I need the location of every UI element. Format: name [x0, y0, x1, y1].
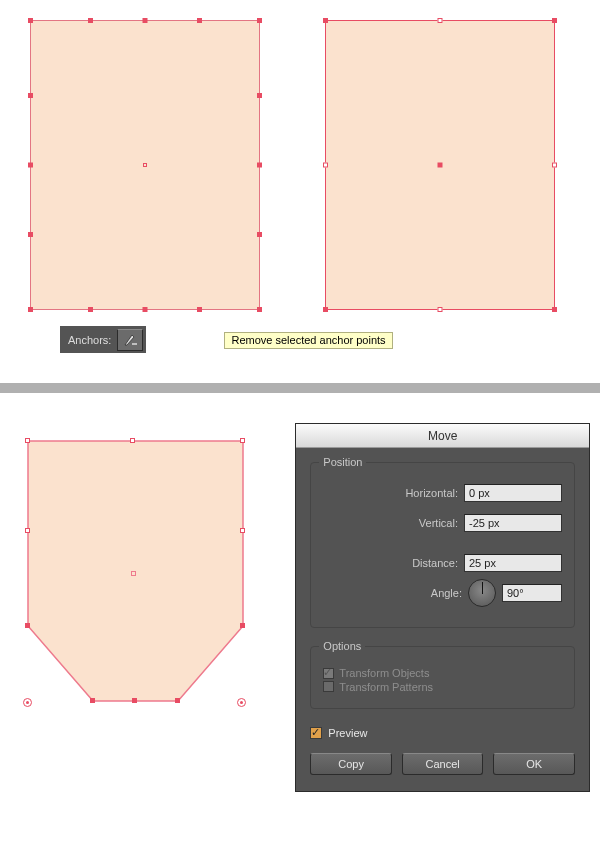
bbox-handle[interactable]: [438, 18, 443, 23]
bbox-handle[interactable]: [323, 163, 328, 168]
vertical-label: Vertical:: [419, 517, 458, 529]
shield-path: [18, 431, 262, 751]
anchor-selected[interactable]: [25, 623, 30, 628]
anchor-point[interactable]: [552, 18, 557, 23]
distance-input[interactable]: [464, 554, 562, 572]
section-divider: [0, 383, 600, 393]
anchor-point[interactable]: [28, 18, 33, 23]
rectangle-many-anchors[interactable]: [10, 20, 260, 310]
anchor-selected[interactable]: [132, 698, 137, 703]
anchor-selected[interactable]: [175, 698, 180, 703]
angle-label: Angle:: [431, 587, 462, 599]
bbox-handle[interactable]: [438, 307, 443, 312]
checkbox-icon: [323, 668, 334, 679]
angle-dial[interactable]: [468, 579, 496, 607]
bottom-panel: Move Position Horizontal: Vertical: Dist…: [0, 393, 600, 822]
checkbox-icon: [323, 681, 334, 692]
remove-anchor-points-button[interactable]: [117, 329, 143, 351]
reference-point-icon: [237, 698, 246, 707]
angle-input[interactable]: [502, 584, 562, 602]
transform-objects-checkbox[interactable]: Transform Objects: [323, 667, 429, 679]
anchor-point[interactable]: [257, 18, 262, 23]
center-indicator: [143, 163, 147, 167]
anchor-point[interactable]: [323, 307, 328, 312]
vertical-input[interactable]: [464, 514, 562, 532]
anchor-point[interactable]: [257, 93, 262, 98]
horizontal-label: Horizontal:: [405, 487, 458, 499]
tooltip: Remove selected anchor points: [224, 332, 392, 349]
anchor-selected[interactable]: [240, 623, 245, 628]
horizontal-input[interactable]: [464, 484, 562, 502]
center-indicator: [131, 571, 136, 576]
shield-shape[interactable]: [10, 423, 265, 763]
anchor-point[interactable]: [28, 232, 33, 237]
reference-point-icon: [23, 698, 32, 707]
anchor-point[interactable]: [28, 93, 33, 98]
anchor-point[interactable]: [88, 18, 93, 23]
position-group: Position Horizontal: Vertical: Distance:…: [310, 462, 575, 628]
preview-checkbox[interactable]: Preview: [310, 727, 575, 739]
distance-label: Distance:: [412, 557, 458, 569]
anchor-point[interactable]: [88, 307, 93, 312]
checkbox-checked-icon: [310, 727, 322, 739]
anchor-point[interactable]: [257, 307, 262, 312]
anchor-point[interactable]: [28, 163, 33, 168]
ok-button[interactable]: OK: [493, 753, 575, 775]
shapes-row: [10, 20, 590, 310]
position-legend: Position: [319, 456, 366, 468]
dialog-title: Move: [296, 424, 589, 448]
anchor-point[interactable]: [143, 307, 148, 312]
pen-minus-icon: [122, 332, 138, 348]
transform-patterns-label: Transform Patterns: [339, 681, 433, 693]
anchor-point[interactable]: [240, 528, 245, 533]
anchor-point[interactable]: [323, 18, 328, 23]
preview-label: Preview: [328, 727, 367, 739]
rectangle-four-anchors[interactable]: [305, 20, 555, 310]
options-group: Options Transform Objects Transform Patt…: [310, 646, 575, 709]
anchor-point[interactable]: [197, 18, 202, 23]
center-indicator: [438, 163, 443, 168]
options-legend: Options: [319, 640, 365, 652]
copy-button[interactable]: Copy: [310, 753, 392, 775]
anchor-point[interactable]: [240, 438, 245, 443]
transform-patterns-checkbox[interactable]: Transform Patterns: [323, 681, 433, 693]
anchor-point[interactable]: [197, 307, 202, 312]
anchor-point[interactable]: [130, 438, 135, 443]
bbox-handle[interactable]: [552, 163, 557, 168]
anchors-label: Anchors:: [68, 334, 111, 346]
top-panel: Anchors: Remove selected anchor points: [0, 0, 600, 383]
anchor-point[interactable]: [28, 307, 33, 312]
cancel-button[interactable]: Cancel: [402, 753, 484, 775]
anchor-point[interactable]: [257, 163, 262, 168]
anchor-point[interactable]: [143, 18, 148, 23]
anchor-point[interactable]: [25, 528, 30, 533]
anchor-point[interactable]: [552, 307, 557, 312]
move-dialog: Move Position Horizontal: Vertical: Dist…: [295, 423, 590, 792]
anchor-selected[interactable]: [90, 698, 95, 703]
transform-objects-label: Transform Objects: [339, 667, 429, 679]
anchor-point[interactable]: [25, 438, 30, 443]
anchor-point[interactable]: [257, 232, 262, 237]
anchors-toolbar: Anchors:: [60, 326, 146, 353]
